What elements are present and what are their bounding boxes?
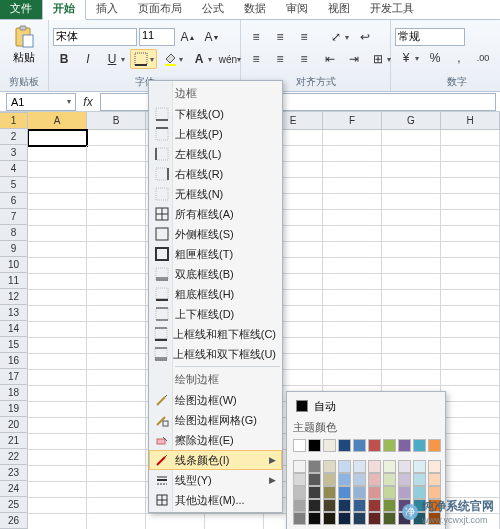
color-swatch[interactable] bbox=[383, 473, 396, 486]
currency-button[interactable]: ¥▾ bbox=[395, 48, 422, 68]
row-header[interactable]: 7 bbox=[0, 209, 27, 225]
color-swatch[interactable] bbox=[413, 473, 426, 486]
grow-font-button[interactable]: A▲ bbox=[177, 27, 199, 47]
cell[interactable] bbox=[28, 178, 87, 194]
color-swatch[interactable] bbox=[383, 512, 396, 525]
cell[interactable] bbox=[441, 338, 500, 354]
cell[interactable] bbox=[28, 466, 87, 482]
cell[interactable] bbox=[205, 514, 264, 529]
cell[interactable] bbox=[441, 258, 500, 274]
cell[interactable] bbox=[441, 354, 500, 370]
border-draw-item[interactable]: 线型(Y)▶ bbox=[149, 470, 282, 490]
tab-home[interactable]: 开始 bbox=[42, 0, 86, 20]
border-menu-item[interactable]: 双底框线(B) bbox=[149, 264, 282, 284]
cell[interactable] bbox=[323, 178, 382, 194]
italic-button[interactable]: I bbox=[77, 49, 99, 69]
tab-developer[interactable]: 开发工具 bbox=[360, 0, 424, 19]
row-header[interactable]: 25 bbox=[0, 497, 27, 513]
cell[interactable] bbox=[28, 322, 87, 338]
cell[interactable] bbox=[323, 290, 382, 306]
cell[interactable] bbox=[441, 274, 500, 290]
border-menu-item[interactable]: 粗底框线(H) bbox=[149, 284, 282, 304]
border-draw-item[interactable]: 其他边框(M)... bbox=[149, 490, 282, 510]
cell[interactable] bbox=[28, 258, 87, 274]
number-format-combo[interactable]: 常规 bbox=[395, 28, 465, 46]
color-swatch[interactable] bbox=[338, 460, 351, 473]
cell[interactable] bbox=[382, 226, 441, 242]
color-swatch[interactable] bbox=[353, 460, 366, 473]
color-swatch[interactable] bbox=[323, 439, 336, 452]
percent-button[interactable]: % bbox=[424, 48, 446, 68]
cell[interactable] bbox=[146, 514, 205, 529]
cell[interactable] bbox=[382, 146, 441, 162]
chevron-down-icon[interactable]: ▾ bbox=[67, 97, 71, 106]
cell[interactable] bbox=[441, 226, 500, 242]
border-menu-item[interactable]: 左框线(L) bbox=[149, 144, 282, 164]
row-header[interactable]: 11 bbox=[0, 273, 27, 289]
tab-review[interactable]: 审阅 bbox=[276, 0, 318, 19]
color-swatch[interactable] bbox=[398, 460, 411, 473]
cell[interactable] bbox=[441, 434, 500, 450]
align-right-button[interactable]: ≡ bbox=[293, 49, 315, 69]
cell[interactable] bbox=[87, 226, 146, 242]
cell[interactable] bbox=[87, 514, 146, 529]
color-swatch[interactable] bbox=[338, 439, 351, 452]
border-draw-item[interactable]: 绘图边框(W) bbox=[149, 390, 282, 410]
color-swatch[interactable] bbox=[353, 512, 366, 525]
tab-insert[interactable]: 插入 bbox=[86, 0, 128, 19]
cell[interactable] bbox=[382, 370, 441, 386]
border-draw-item[interactable]: 线条颜色(I)▶ bbox=[149, 450, 282, 470]
color-swatch[interactable] bbox=[293, 439, 306, 452]
color-swatch[interactable] bbox=[398, 439, 411, 452]
row-header[interactable]: 5 bbox=[0, 177, 27, 193]
cell[interactable] bbox=[28, 450, 87, 466]
color-swatch[interactable] bbox=[368, 512, 381, 525]
cell[interactable] bbox=[87, 274, 146, 290]
comma-button[interactable]: , bbox=[448, 48, 470, 68]
color-swatch[interactable] bbox=[383, 499, 396, 512]
color-swatch[interactable] bbox=[353, 499, 366, 512]
cell[interactable] bbox=[87, 418, 146, 434]
cell[interactable] bbox=[87, 450, 146, 466]
color-swatch[interactable] bbox=[428, 473, 441, 486]
row-header[interactable]: 23 bbox=[0, 465, 27, 481]
fx-icon[interactable]: fx bbox=[80, 94, 96, 110]
cell[interactable] bbox=[441, 178, 500, 194]
color-swatch[interactable] bbox=[308, 512, 321, 525]
cell[interactable] bbox=[382, 258, 441, 274]
orientation-button[interactable]: ⤢▾ bbox=[325, 27, 352, 47]
row-header[interactable]: 2 bbox=[0, 129, 27, 145]
color-swatch[interactable] bbox=[323, 512, 336, 525]
cell[interactable] bbox=[87, 210, 146, 226]
cell[interactable] bbox=[441, 370, 500, 386]
shrink-font-button[interactable]: A▼ bbox=[201, 27, 223, 47]
wrap-text-button[interactable]: ↩ bbox=[354, 27, 376, 47]
row-header[interactable]: 6 bbox=[0, 193, 27, 209]
cell[interactable] bbox=[28, 210, 87, 226]
color-swatch[interactable] bbox=[323, 460, 336, 473]
color-swatch[interactable] bbox=[293, 486, 306, 499]
cell[interactable] bbox=[382, 194, 441, 210]
color-swatch[interactable] bbox=[398, 473, 411, 486]
tab-page-layout[interactable]: 页面布局 bbox=[128, 0, 192, 19]
align-left-button[interactable]: ≡ bbox=[245, 49, 267, 69]
border-menu-item[interactable]: 上框线和粗下框线(C) bbox=[149, 324, 282, 344]
cell[interactable] bbox=[87, 242, 146, 258]
color-swatch[interactable] bbox=[293, 499, 306, 512]
cell[interactable] bbox=[87, 162, 146, 178]
cell[interactable] bbox=[441, 194, 500, 210]
color-swatch[interactable] bbox=[293, 473, 306, 486]
cell[interactable] bbox=[382, 210, 441, 226]
cell[interactable] bbox=[441, 450, 500, 466]
col-header[interactable]: A bbox=[28, 112, 87, 129]
cell[interactable] bbox=[323, 130, 382, 146]
color-swatch[interactable] bbox=[338, 512, 351, 525]
color-auto-item[interactable]: 自动 bbox=[291, 396, 441, 416]
cell[interactable] bbox=[87, 130, 146, 146]
color-swatch[interactable] bbox=[308, 439, 321, 452]
color-swatch[interactable] bbox=[338, 473, 351, 486]
bold-button[interactable]: B bbox=[53, 49, 75, 69]
cell[interactable] bbox=[28, 274, 87, 290]
cell[interactable] bbox=[87, 290, 146, 306]
tab-view[interactable]: 视图 bbox=[318, 0, 360, 19]
